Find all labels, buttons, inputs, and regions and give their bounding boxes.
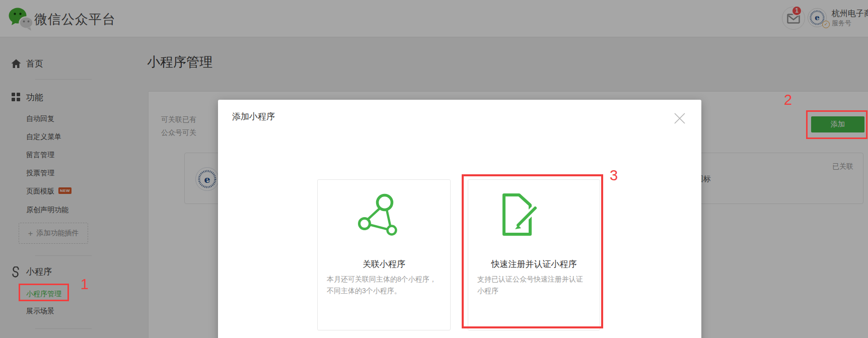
- wechat-mp-platform-page: 微信公众平台 1 e ✓ 杭州电子商 服务号 首页 功能 自动回复 自定义菜单 …: [0, 0, 868, 338]
- add-miniprogram-modal: 添加小程序 关联小程序 本月还可关联同主体的8个小程序， 不同主体的3个小程序。: [218, 100, 701, 338]
- step1-number: 1: [81, 277, 89, 292]
- step3-highlight-box: [462, 174, 603, 328]
- option-card-link-miniprogram[interactable]: 关联小程序 本月还可关联同主体的8个小程序， 不同主体的3个小程序。: [317, 179, 451, 330]
- network-link-icon: [358, 191, 401, 237]
- step2-highlight-box: [806, 110, 867, 139]
- step3-number: 3: [610, 168, 618, 183]
- option-card-description: 本月还可关联同主体的8个小程序， 不同主体的3个小程序。: [327, 274, 443, 297]
- desc-line: 不同主体的3个小程序。: [327, 285, 443, 297]
- step2-number: 2: [784, 93, 792, 107]
- step1-highlight-box: [19, 284, 69, 301]
- modal-title: 添加小程序: [232, 111, 275, 122]
- desc-line: 本月还可关联同主体的8个小程序，: [327, 274, 443, 285]
- close-icon[interactable]: [674, 112, 686, 124]
- option-card-title: 关联小程序: [318, 258, 450, 270]
